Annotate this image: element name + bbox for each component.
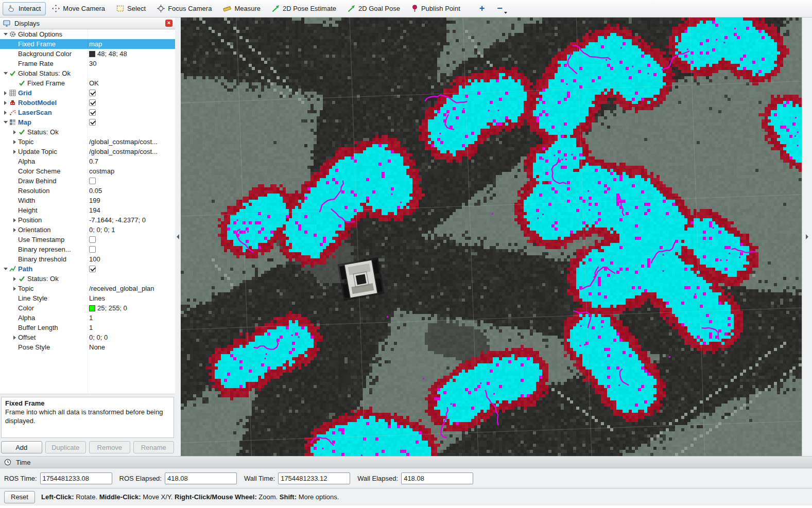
enabled-checkbox[interactable] bbox=[89, 119, 96, 126]
value-text[interactable]: OK bbox=[89, 79, 99, 87]
expand-arrow-icon[interactable] bbox=[2, 33, 9, 36]
row-frame-rate[interactable]: Frame Rate30 bbox=[0, 59, 175, 68]
row-status-ok[interactable]: Status: Ok bbox=[0, 127, 175, 137]
row-status-ok[interactable]: Status: Ok bbox=[0, 274, 175, 284]
tool-focus-camera[interactable]: Focus Camera bbox=[152, 2, 217, 15]
expand-arrow-icon[interactable] bbox=[11, 277, 18, 281]
row-height[interactable]: Height194 bbox=[0, 205, 175, 215]
row-position[interactable]: Position-7.1644; -4.2377; 0 bbox=[0, 215, 175, 225]
expand-arrow-icon[interactable] bbox=[11, 140, 18, 144]
expand-arrow-icon[interactable] bbox=[2, 121, 9, 124]
row-buffer-length[interactable]: Buffer Length1 bbox=[0, 323, 175, 332]
expand-arrow-icon[interactable] bbox=[11, 130, 18, 134]
tool-2d-pose-estimate[interactable]: 2D Pose Estimate bbox=[267, 2, 341, 15]
row-topic[interactable]: Topic/received_global_plan bbox=[0, 284, 175, 293]
enabled-checkbox[interactable] bbox=[89, 178, 96, 184]
row-robotmodel[interactable]: RobotModel bbox=[0, 98, 175, 108]
tool-move-camera[interactable]: Move Camera bbox=[47, 2, 110, 15]
row-binary-threshold[interactable]: Binary threshold100 bbox=[0, 254, 175, 264]
row-binary-represen[interactable]: Binary represen... bbox=[0, 244, 175, 254]
wall-time-input[interactable] bbox=[278, 472, 350, 484]
expand-arrow-icon[interactable] bbox=[2, 91, 9, 95]
value-text[interactable]: 1 bbox=[89, 314, 93, 322]
row-pose-style[interactable]: Pose StyleNone bbox=[0, 342, 175, 352]
value-text[interactable]: 199 bbox=[89, 197, 100, 204]
row-use-timestamp[interactable]: Use Timestamp bbox=[0, 235, 175, 244]
row-laserscan[interactable]: LaserScan bbox=[0, 108, 175, 117]
tool-publish-point[interactable]: Publish Point bbox=[406, 2, 465, 15]
close-panel-icon[interactable]: × bbox=[165, 20, 172, 27]
ros-time-input[interactable] bbox=[40, 472, 112, 484]
enabled-checkbox[interactable] bbox=[89, 90, 96, 96]
row-width[interactable]: Width199 bbox=[0, 196, 175, 205]
value-text[interactable]: map bbox=[89, 40, 102, 48]
row-color[interactable]: Color25; 255; 0 bbox=[0, 303, 175, 313]
value-text[interactable]: -7.1644; -4.2377; 0 bbox=[89, 216, 146, 224]
tool-2d-goal-pose[interactable]: 2D Goal Pose bbox=[342, 2, 405, 15]
value-text[interactable]: 0.7 bbox=[89, 157, 98, 165]
value-text[interactable]: 0; 0; 0; 1 bbox=[89, 226, 115, 234]
row-global-status-ok[interactable]: Global Status: Ok bbox=[0, 68, 175, 78]
row-update-topic[interactable]: Update Topic/global_costmap/cost... bbox=[0, 147, 175, 156]
expand-arrow-icon[interactable] bbox=[2, 72, 9, 75]
value-text[interactable]: 0.05 bbox=[89, 187, 102, 195]
value-text[interactable]: 30 bbox=[89, 60, 96, 67]
color-swatch[interactable] bbox=[89, 51, 95, 57]
wall-elapsed-input[interactable] bbox=[401, 472, 473, 484]
right-dock-strip[interactable] bbox=[802, 17, 812, 456]
expand-arrow-icon[interactable] bbox=[11, 336, 18, 340]
enabled-checkbox[interactable] bbox=[89, 236, 96, 243]
add-display-button[interactable]: Add bbox=[1, 441, 42, 453]
row-fixed-frame[interactable]: Fixed Framemap bbox=[0, 39, 175, 49]
value-text[interactable]: /received_global_plan bbox=[89, 285, 154, 292]
tool-interact[interactable]: Interact bbox=[3, 2, 46, 15]
displays-panel-title: Displays bbox=[14, 20, 163, 27]
remove-tool-button[interactable]: − bbox=[491, 2, 508, 15]
row-topic[interactable]: Topic/global_costmap/cost... bbox=[0, 137, 175, 147]
tool-measure[interactable]: Measure bbox=[218, 2, 266, 15]
row-map[interactable]: Map bbox=[0, 117, 175, 127]
row-path[interactable]: Path bbox=[0, 264, 175, 274]
enabled-checkbox[interactable] bbox=[89, 99, 96, 106]
row-resolution[interactable]: Resolution0.05 bbox=[0, 186, 175, 196]
enabled-checkbox[interactable] bbox=[89, 246, 96, 253]
row-fixed-frame[interactable]: Fixed FrameOK bbox=[0, 78, 175, 88]
expand-arrow-icon[interactable] bbox=[2, 101, 9, 105]
value-text[interactable]: costmap bbox=[89, 167, 114, 175]
row-alpha[interactable]: Alpha0.7 bbox=[0, 156, 175, 166]
row-alpha[interactable]: Alpha1 bbox=[0, 313, 175, 323]
ros-elapsed-input[interactable] bbox=[165, 472, 237, 484]
row-draw-behind[interactable]: Draw Behind bbox=[0, 176, 175, 186]
tool-select[interactable]: Select bbox=[111, 2, 151, 15]
value-text[interactable]: 0; 0; 0 bbox=[89, 334, 108, 341]
value-text[interactable]: None bbox=[89, 343, 105, 351]
expand-arrow-icon[interactable] bbox=[11, 287, 18, 291]
value-text[interactable]: Lines bbox=[89, 294, 105, 302]
value-text[interactable]: /global_costmap/cost... bbox=[89, 138, 158, 146]
value-text[interactable]: 100 bbox=[89, 255, 100, 263]
reset-button[interactable]: Reset bbox=[4, 491, 35, 503]
expand-arrow-icon[interactable] bbox=[2, 268, 9, 270]
row-color-scheme[interactable]: Color Schemecostmap bbox=[0, 166, 175, 176]
value-text[interactable]: 1 bbox=[89, 324, 93, 331]
expand-arrow-icon[interactable] bbox=[11, 228, 18, 232]
row-orientation[interactable]: Orientation0; 0; 0; 1 bbox=[0, 225, 175, 235]
expand-arrow-icon[interactable] bbox=[11, 150, 18, 154]
expand-arrow-icon[interactable] bbox=[11, 218, 18, 222]
enabled-checkbox[interactable] bbox=[89, 266, 96, 272]
color-swatch[interactable] bbox=[89, 305, 95, 311]
row-line-style[interactable]: Line StyleLines bbox=[0, 293, 175, 303]
time-panel-header[interactable]: Time bbox=[0, 456, 812, 468]
displays-panel-header[interactable]: Displays × bbox=[0, 17, 175, 29]
row-offset[interactable]: Offset0; 0; 0 bbox=[0, 332, 175, 342]
enabled-checkbox[interactable] bbox=[89, 109, 96, 116]
row-grid[interactable]: Grid bbox=[0, 88, 175, 98]
expand-arrow-icon[interactable] bbox=[2, 111, 9, 115]
costmap-3d-view[interactable] bbox=[181, 17, 802, 456]
add-tool-button[interactable]: + bbox=[474, 2, 491, 15]
row-global-options[interactable]: Global Options bbox=[0, 29, 175, 39]
row-background-color[interactable]: Background Color48; 48; 48 bbox=[0, 49, 175, 59]
value-text[interactable]: /global_costmap/cost... bbox=[89, 148, 158, 155]
value-text[interactable]: 194 bbox=[89, 206, 100, 214]
panel-splitter[interactable] bbox=[175, 17, 181, 456]
